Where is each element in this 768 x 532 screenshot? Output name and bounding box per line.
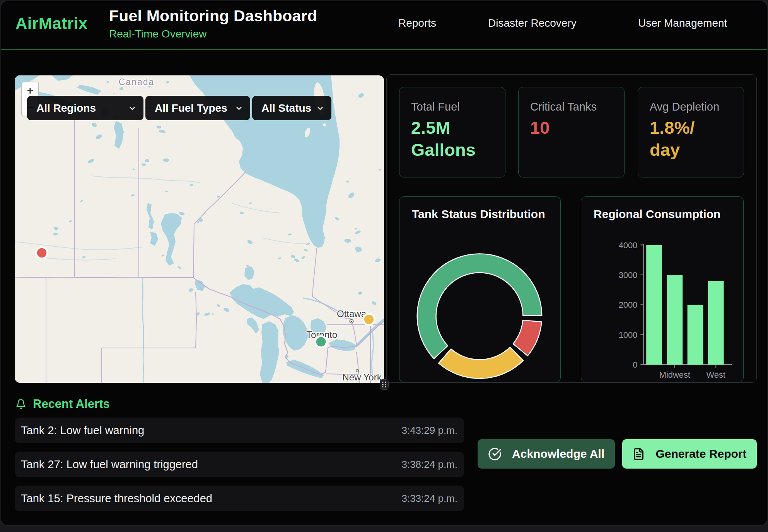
fuel-type-filter-value: All Fuel Types [155, 102, 227, 114]
tank-marker-warning[interactable] [364, 314, 375, 325]
bar-chart-ytick: 2000 [619, 300, 638, 310]
app-header: AirMatrix Fuel Monitoring Dashboard Real… [1, 1, 767, 50]
tank-marker-normal[interactable] [316, 336, 327, 348]
status-filter-dropdown[interactable]: All Status [252, 96, 331, 120]
tank-status-chart-card: Tank Status Distribution [399, 196, 561, 382]
layout-drag-handle[interactable] [380, 379, 389, 390]
map-label-canada: Canada [119, 77, 155, 87]
metrics-panel: Total Fuel 2.5M Gallons Critical Tanks 1… [386, 74, 757, 383]
chevron-down-icon [235, 104, 243, 113]
bar-chart-xtick: West [706, 370, 725, 380]
map-filters: All Regions All Fuel Types All Status [27, 96, 331, 120]
alert-row[interactable]: Tank 15: Pressure threshold exceeded3:33… [15, 486, 464, 511]
alert-message: Tank 2: Low fuel warning [21, 424, 144, 437]
alert-row[interactable]: Tank 2: Low fuel warning3:43:29 p.m. [15, 418, 464, 443]
alert-message: Tank 15: Pressure threshold exceeded [21, 492, 212, 505]
chevron-down-icon [316, 104, 324, 113]
bar-chart-ytick: 4000 [619, 240, 638, 250]
donut-segment-critical[interactable] [513, 320, 542, 356]
bar-Midwest[interactable] [667, 275, 683, 365]
donut-segment-warning[interactable] [439, 347, 523, 379]
stat-card-critical-tanks: Critical Tanks 10 [518, 87, 625, 177]
region-filter-dropdown[interactable]: All Regions [27, 96, 143, 120]
stat-label: Total Fuel [411, 101, 493, 113]
regional-consumption-bar-chart[interactable]: 01000200030004000MidwestWest [581, 197, 743, 382]
map-canvas[interactable]: Canada Ottawa Toronto New York [15, 75, 384, 383]
region-filter-value: All Regions [36, 102, 96, 114]
alert-timestamp: 3:43:29 p.m. [401, 425, 457, 437]
bar-chart-ytick: 3000 [619, 270, 638, 280]
nav-user-management[interactable]: User Management [638, 17, 727, 29]
title-block: Fuel Monitoring Dashboard Real-Time Over… [109, 7, 317, 40]
bar-region3[interactable] [688, 305, 703, 365]
nav-disaster-recovery[interactable]: Disaster Recovery [488, 17, 577, 29]
alert-row[interactable]: Tank 27: Low fuel warning triggered3:38:… [15, 452, 464, 477]
map-label-ottawa: Ottawa [337, 309, 367, 319]
fuel-type-filter-dropdown[interactable]: All Fuel Types [145, 96, 250, 120]
stat-value: 10 [530, 117, 613, 139]
brand-logo: AirMatrix [15, 14, 88, 33]
page-title: Fuel Monitoring Dashboard [109, 7, 317, 25]
stat-value: 1.8%/ day [650, 117, 732, 161]
bar-region1[interactable] [646, 245, 662, 365]
file-text-icon [632, 448, 645, 460]
stat-label: Avg Depletion [650, 101, 732, 113]
alert-timestamp: 3:38:24 p.m. [401, 459, 457, 471]
alert-timestamp: 3:33:24 p.m. [401, 493, 457, 505]
dashboard-root: AirMatrix Fuel Monitoring Dashboard Real… [1, 1, 767, 525]
grip-dots-icon [380, 379, 389, 390]
bar-chart-ytick: 0 [633, 360, 637, 370]
tank-marker-critical[interactable] [36, 247, 48, 259]
tank-status-donut-chart[interactable] [399, 197, 560, 382]
regional-consumption-chart-card: Regional Consumption 01000200030004000Mi… [581, 196, 744, 382]
acknowledge-all-button[interactable]: Acknowledge All [478, 439, 615, 469]
chevron-down-icon [128, 104, 137, 113]
acknowledge-all-label: Acknowledge All [512, 447, 604, 460]
alerts-header: Recent Alerts [15, 397, 110, 411]
alerts-title: Recent Alerts [33, 397, 110, 411]
check-circle-icon [488, 447, 502, 461]
stat-value: 2.5M Gallons [411, 117, 493, 161]
bar-West[interactable] [708, 281, 724, 365]
generate-report-button[interactable]: Generate Report [622, 439, 757, 469]
generate-report-label: Generate Report [655, 447, 746, 460]
bar-chart-ytick: 1000 [619, 330, 638, 340]
nav-reports[interactable]: Reports [398, 17, 436, 29]
page-subtitle: Real-Time Overview [109, 28, 317, 40]
stat-card-avg-depletion: Avg Depletion 1.8%/ day [638, 87, 744, 177]
status-filter-value: All Status [261, 102, 311, 114]
alert-message: Tank 27: Low fuel warning triggered [21, 458, 198, 471]
map-label-newyork: New York [342, 372, 382, 382]
bar-chart-xtick: Midwest [659, 370, 690, 380]
stat-label: Critical Tanks [530, 101, 613, 113]
map-panel[interactable]: Canada Ottawa Toronto New York + − All R… [15, 75, 384, 383]
stat-card-total-fuel: Total Fuel 2.5M Gallons [399, 87, 505, 177]
bell-icon [15, 399, 26, 409]
